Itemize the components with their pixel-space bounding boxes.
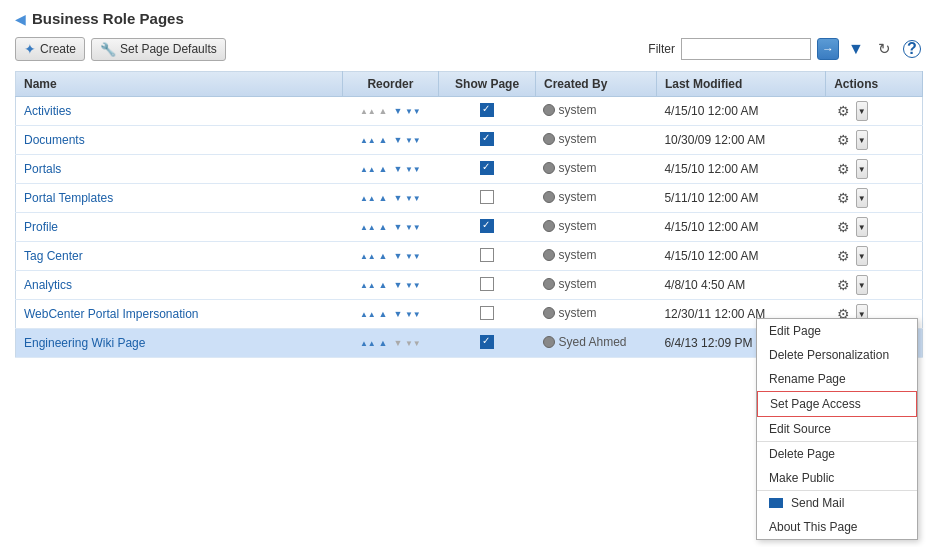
show-page-checkbox[interactable] [480, 335, 494, 349]
search-arrow-icon: → [822, 42, 834, 56]
table-row: Tag Center▲▲▲▼▼▼system4/15/10 12:00 AM⚙▼ [16, 242, 923, 271]
page-name-link[interactable]: WebCenter Portal Impersonation [24, 307, 199, 321]
show-page-checkbox[interactable] [480, 306, 494, 320]
show-page-checkbox[interactable] [480, 161, 494, 175]
reorder-cell: ▲▲▲▼▼▼ [350, 162, 431, 176]
actions-cell: ⚙▼ [834, 246, 914, 266]
reorder-bottom-button[interactable]: ▼▼ [406, 104, 420, 118]
reorder-up-button[interactable]: ▲ [376, 249, 390, 263]
create-button[interactable]: ✦ Create [15, 37, 85, 61]
help-button[interactable]: ? [901, 38, 923, 60]
reorder-bottom-button[interactable]: ▼▼ [406, 278, 420, 292]
created-by-name: system [558, 132, 596, 146]
show-page-checkbox[interactable] [480, 103, 494, 117]
reorder-cell: ▲▲▲▼▼▼ [350, 220, 431, 234]
set-page-defaults-button[interactable]: 🔧 Set Page Defaults [91, 38, 226, 61]
reorder-bottom-button[interactable]: ▼▼ [406, 307, 420, 321]
context-menu-item[interactable]: Delete Page [757, 442, 917, 466]
context-menu-item[interactable]: Make Public [757, 466, 917, 490]
reorder-up-button: ▲ [376, 104, 390, 118]
reorder-down-button[interactable]: ▼ [391, 104, 405, 118]
page-name-link[interactable]: Activities [24, 104, 71, 118]
actions-dropdown-arrow[interactable]: ▼ [856, 275, 868, 295]
gear-button[interactable]: ⚙ [834, 159, 854, 179]
page-name-link[interactable]: Portal Templates [24, 191, 113, 205]
filter-input[interactable] [681, 38, 811, 60]
context-menu-item[interactable]: Edit Page [757, 319, 917, 343]
reorder-top-button[interactable]: ▲▲ [361, 191, 375, 205]
reorder-up-button[interactable]: ▲ [376, 307, 390, 321]
back-arrow-icon[interactable]: ◀ [15, 11, 26, 27]
reorder-top-button[interactable]: ▲▲ [361, 133, 375, 147]
reorder-bottom-button[interactable]: ▼▼ [406, 191, 420, 205]
gear-button[interactable]: ⚙ [834, 130, 854, 150]
last-modified-cell: 4/15/10 12:00 AM [656, 213, 825, 242]
reorder-bottom-button[interactable]: ▼▼ [406, 162, 420, 176]
reorder-down-button[interactable]: ▼ [391, 220, 405, 234]
reorder-down-button[interactable]: ▼ [391, 278, 405, 292]
page-name-link[interactable]: Analytics [24, 278, 72, 292]
reorder-down-button[interactable]: ▼ [391, 162, 405, 176]
reorder-top-button[interactable]: ▲▲ [361, 249, 375, 263]
user-icon [543, 278, 555, 290]
page-name-link[interactable]: Profile [24, 220, 58, 234]
reorder-top-button[interactable]: ▲▲ [361, 278, 375, 292]
reorder-up-button[interactable]: ▲ [376, 191, 390, 205]
reorder-up-button[interactable]: ▲ [376, 162, 390, 176]
actions-dropdown-arrow[interactable]: ▼ [856, 246, 868, 266]
reorder-down-button[interactable]: ▼ [391, 191, 405, 205]
page-name-link[interactable]: Engineering Wiki Page [24, 336, 145, 350]
context-menu-item[interactable]: Set Page Access [757, 391, 917, 417]
created-by-name: system [558, 161, 596, 175]
context-menu-item[interactable]: About This Page [757, 515, 917, 539]
gear-button[interactable]: ⚙ [834, 188, 854, 208]
reorder-top-button[interactable]: ▲▲ [361, 220, 375, 234]
filter-search-button[interactable]: → [817, 38, 839, 60]
gear-button[interactable]: ⚙ [834, 246, 854, 266]
gear-button[interactable]: ⚙ [834, 101, 854, 121]
reorder-top-button[interactable]: ▲▲ [361, 307, 375, 321]
context-menu-item[interactable]: Send Mail [757, 491, 917, 515]
reorder-bottom-button[interactable]: ▼▼ [406, 133, 420, 147]
reorder-top-button[interactable]: ▲▲ [361, 162, 375, 176]
actions-dropdown-arrow[interactable]: ▼ [856, 130, 868, 150]
page-name-link[interactable]: Tag Center [24, 249, 83, 263]
context-menu-item[interactable]: Rename Page [757, 367, 917, 391]
gear-button[interactable]: ⚙ [834, 275, 854, 295]
reorder-up-button[interactable]: ▲ [376, 220, 390, 234]
context-menu-item[interactable]: Edit Source [757, 417, 917, 441]
gear-button[interactable]: ⚙ [834, 217, 854, 237]
show-page-checkbox[interactable] [480, 190, 494, 204]
actions-dropdown-arrow[interactable]: ▼ [856, 188, 868, 208]
reorder-up-button[interactable]: ▲ [376, 278, 390, 292]
refresh-button[interactable]: ↻ [873, 38, 895, 60]
reorder-top-button[interactable]: ▲▲ [361, 336, 375, 350]
last-modified-cell: 5/11/10 12:00 AM [656, 184, 825, 213]
gear-icon: ⚙ [834, 217, 854, 237]
reorder-up-button[interactable]: ▲ [376, 336, 390, 350]
reorder-cell: ▲▲▲▼▼▼ [350, 133, 431, 147]
gear-icon: ⚙ [834, 246, 854, 266]
page-name-link[interactable]: Portals [24, 162, 61, 176]
show-page-checkbox[interactable] [480, 248, 494, 262]
user-icon [543, 162, 555, 174]
filter-options-button[interactable]: ▼ [845, 38, 867, 60]
reorder-down-button[interactable]: ▼ [391, 133, 405, 147]
actions-cell: ⚙▼ [834, 130, 914, 150]
page-name-link[interactable]: Documents [24, 133, 85, 147]
reorder-bottom-button: ▼▼ [406, 336, 420, 350]
table-row: Activities▲▲▲▼▼▼system4/15/10 12:00 AM⚙▼ [16, 97, 923, 126]
actions-dropdown-arrow[interactable]: ▼ [856, 217, 868, 237]
show-page-checkbox[interactable] [480, 277, 494, 291]
actions-dropdown-arrow[interactable]: ▼ [856, 101, 868, 121]
reorder-down-button[interactable]: ▼ [391, 249, 405, 263]
show-page-checkbox[interactable] [480, 219, 494, 233]
reorder-up-button[interactable]: ▲ [376, 133, 390, 147]
reorder-down-button[interactable]: ▼ [391, 307, 405, 321]
reorder-bottom-button[interactable]: ▼▼ [406, 249, 420, 263]
context-menu-item[interactable]: Delete Personalization [757, 343, 917, 367]
actions-dropdown-arrow[interactable]: ▼ [856, 159, 868, 179]
show-page-checkbox[interactable] [480, 132, 494, 146]
reorder-bottom-button[interactable]: ▼▼ [406, 220, 420, 234]
pages-table: Name Reorder Show Page Created By Last M… [15, 71, 923, 358]
